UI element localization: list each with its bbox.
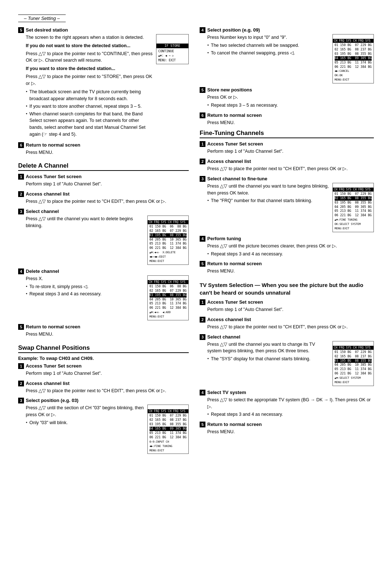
right-step-6-title: Return to normal screen [207, 112, 262, 118]
delete-step-1: 1 Access Tuner Set screen Perform step 1… [18, 174, 189, 188]
tv-step-3: 3 Select channel Press △▽ until the chan… [200, 334, 374, 386]
delete-step-4: 4 Delete channel Press X. To re-store it… [18, 268, 189, 320]
swap-channel-section: Swap Channel Positions Example: To swap … [18, 344, 189, 454]
swap-channel-title: Swap Channel Positions [18, 344, 189, 353]
right-step-5-store: 5 Store new positions Press OK or ▷. Rep… [200, 87, 374, 109]
fine-step-2: 2 Access channel list Press △▽ to place … [200, 159, 374, 172]
step-5-body: The screen to the right appears when a s… [26, 34, 153, 139]
bullet-item: To cancel the channel swapping, press ◁. [207, 50, 330, 57]
delete-step-3: 3 Select channel Press △▽ until the chan… [18, 209, 189, 265]
fine-step-3: 3 Select channel to fine-tune Press △▽ u… [200, 176, 374, 232]
bullet-item: The "SYS" display for that channel start… [207, 356, 330, 362]
delete-step-5-title: Return to normal screen [26, 324, 80, 329]
step-6-title: Return to normal screen [26, 142, 80, 148]
fine-tuning-section: Fine-Tuning Channels 1 Access Tuner Set … [200, 130, 374, 275]
step-5-set-desired-station: 5 Set desired station The screen to the … [18, 27, 189, 139]
ch-table-delete-screen: CH FRQ SYS CH FRQ SYS01 150 BG 06 88 BG … [147, 216, 189, 265]
delete-channel-title: Delete A Channel [18, 162, 189, 171]
step-num-5: 5 [18, 27, 24, 33]
swap-step-3-title: Select position (e.g. 03) [26, 398, 78, 403]
step-6-return-normal: 6 Return to normal screen Press MENU. [18, 142, 189, 156]
delete-channel-section: Delete A Channel 1 Access Tuner Set scre… [18, 162, 189, 338]
bullet-item: Repeat steps 3 and 4 as necessary. [26, 291, 144, 298]
delete-step-3-title: Select channel [26, 209, 59, 214]
right-step-5-title: Store new positions [207, 87, 252, 93]
bullet-item: If you want to store another channel, re… [26, 103, 153, 110]
bullet-item: When channel search completes for that b… [26, 111, 153, 138]
fine-step-4: 4 Perform tuning Press △▽ until the pict… [200, 236, 374, 258]
left-column: 5 Set desired station The screen to the … [18, 27, 189, 458]
delete-step-5: 5 Return to normal screen Press MENU. [18, 324, 189, 338]
bullet-item: Only "03" will blink. [26, 419, 144, 426]
tv-system-section: TV System Selection — When you see the p… [200, 281, 374, 435]
right-column: 4 Select position (e.g. 09) Press Number… [200, 27, 374, 458]
bullet-item: The "FRQ" number for that channel starts… [207, 197, 330, 204]
fine-step-1: 1 Access Tuner Set screen Perform step 1… [200, 141, 374, 155]
tv-step-2: 2 Access channel list Press △▽ to place … [200, 317, 374, 331]
bullet-item: Repeat steps 3 and 4 as necessary. [207, 251, 374, 258]
tv-step-5: 5 Return to normal screen Press MENU. [200, 422, 374, 435]
right-step-4-title: Select position (e.g. 09) [207, 27, 260, 33]
swap-example: Example: To swap CH03 and CH09. [18, 356, 189, 361]
bullet-item: The two selected channels will be swappe… [207, 42, 330, 49]
swap-step-1: 1 Access Tuner Set screen Perform step 1… [18, 363, 189, 377]
swap-step-1-title: Access Tuner Set screen [26, 363, 82, 369]
ch-table-delete2-screen: CH FRQ SYS CH FRQ SYS01 150 BG 06 88 BG … [147, 275, 189, 320]
ch-table-swap-screen: CH FRQ SYS CH FRQ SYS01 150 BG 07 229 BG… [147, 405, 189, 454]
right-step-4-select-pos: 4 Select position (e.g. 09) Press Number… [200, 27, 374, 83]
bullet-item: Repeat steps 3 – 5 as necessary. [207, 102, 374, 109]
if-store-screen: IF STORECONTINUE ▲▼: ◀ → ▷ MENU: EXIT [156, 34, 189, 64]
bullet-item: The blueback screen and the TV picture c… [26, 89, 153, 102]
delete-step-1-title: Access Tuner Set screen [26, 174, 82, 179]
bullet-item: Repeat steps 3 and 4 as necessary. [207, 411, 374, 418]
delete-step-2: 2 Access channel list Press △▽ to place … [18, 191, 189, 205]
step-num-6: 6 [18, 142, 24, 148]
tv-system-title: TV System Selection — When you see the p… [200, 281, 374, 296]
ch-table-swap2-screen: CH FRQ SYS CH FRQ SYS01 150 BG 07 229 BG… [332, 34, 374, 83]
step-5-title: Set desired station [26, 27, 68, 33]
delete-step-4-title: Delete channel [26, 268, 59, 274]
fine-tuning-title: Fine-Tuning Channels [200, 130, 374, 138]
tv-step-4: 4 Select TV system Press △▽ to select th… [200, 390, 374, 418]
fine-step-5: 5 Return to normal screen Press MENU. [200, 261, 374, 275]
fine-tune-screen: CH FRQ SYS CH FRQ SYS01 150 BG 07 229 BG… [332, 183, 374, 232]
tv-sys-screen: CH FRQ SYS CH FRQ SYS01 150 BG 07 229 BG… [332, 341, 374, 386]
swap-step-2: 2 Access channel list Press △▽ to place … [18, 381, 189, 394]
right-step-6-return: 6 Return to normal screen Press MENU. [200, 112, 374, 126]
swap-step-2-title: Access channel list [26, 381, 70, 386]
delete-step-2-title: Access channel list [26, 191, 70, 197]
swap-step-3: 3 Select position (e.g. 03) Press △▽ unt… [18, 398, 189, 454]
bullet-item: To re-store it, simply press ◁. [26, 283, 144, 290]
tv-step-1: 1 Access Tuner Set screen Perform step 1… [200, 299, 374, 313]
tuner-setting-header: – Tuner Setting – [18, 15, 374, 22]
